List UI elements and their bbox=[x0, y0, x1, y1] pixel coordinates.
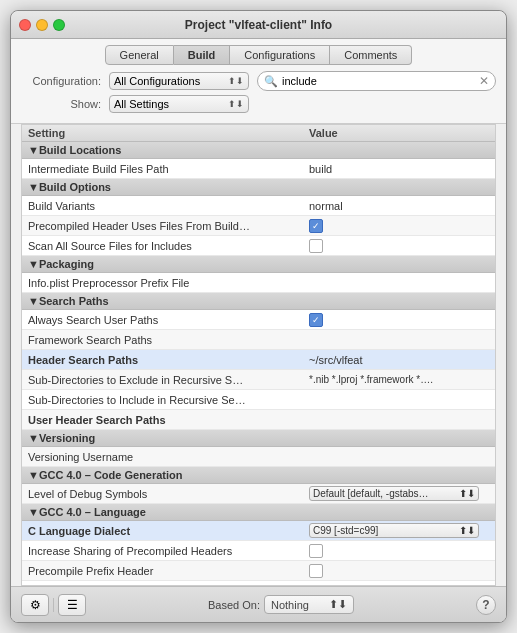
setting-value bbox=[309, 239, 489, 253]
clear-search-icon[interactable]: ✕ bbox=[479, 74, 489, 88]
col-setting-header: Setting bbox=[28, 127, 309, 139]
setting-value bbox=[309, 544, 489, 558]
setting-value: Default [default, -gstabs… ⬆⬇ bbox=[309, 486, 489, 501]
tab-configurations[interactable]: Configurations bbox=[230, 45, 330, 65]
table-row: Versioning Username bbox=[22, 447, 495, 467]
question-mark-icon: ? bbox=[482, 598, 489, 612]
based-on-value: Nothing bbox=[271, 599, 309, 611]
based-on-label: Based On: bbox=[208, 599, 260, 611]
setting-label: Increase Sharing of Precompiled Headers bbox=[28, 545, 309, 557]
setting-value bbox=[309, 313, 489, 327]
table-row: Build Variants normal bbox=[22, 196, 495, 216]
footer-center: Based On: Nothing ⬆⬇ bbox=[208, 595, 354, 614]
based-on-dropdown[interactable]: Nothing ⬆⬇ bbox=[264, 595, 354, 614]
table-row: Level of Debug Symbols Default [default,… bbox=[22, 484, 495, 504]
setting-label: Always Search User Paths bbox=[28, 314, 309, 326]
table-row: C Language Dialect C99 [-std=c99] ⬆⬇ bbox=[22, 521, 495, 541]
col-value-header: Value bbox=[309, 127, 489, 139]
main-window: Project "vlfeat-client" Info General Bui… bbox=[10, 10, 507, 623]
tab-general[interactable]: General bbox=[105, 45, 174, 65]
table-row: Sub-Directories to Include in Recursive … bbox=[22, 390, 495, 410]
toolbar: General Build Configurations Comments Co… bbox=[11, 39, 506, 124]
table-row: Precompiled Header Uses Files From Build… bbox=[22, 216, 495, 236]
setting-value: C99 [-std=c99] ⬆⬇ bbox=[309, 523, 489, 538]
setting-label: Scan All Source Files for Includes bbox=[28, 240, 309, 252]
checkbox-scan[interactable] bbox=[309, 239, 323, 253]
section-gcc-language[interactable]: ▼GCC 4.0 – Language bbox=[22, 504, 495, 521]
setting-label: Build Variants bbox=[28, 200, 309, 212]
search-box: 🔍 ✕ bbox=[257, 71, 496, 91]
show-row: Show: All Settings ⬆⬇ bbox=[21, 95, 496, 113]
maximize-button[interactable] bbox=[53, 19, 65, 31]
search-input[interactable] bbox=[282, 75, 479, 87]
tab-comments[interactable]: Comments bbox=[330, 45, 412, 65]
table-row: Header Search Paths ~/src/vlfeat bbox=[22, 350, 495, 370]
table-row: Info.plist Preprocessor Prefix File bbox=[22, 273, 495, 293]
setting-label: User Header Search Paths bbox=[28, 414, 309, 426]
checkbox-precompiled[interactable] bbox=[309, 219, 323, 233]
table-header: Setting Value bbox=[22, 125, 495, 142]
chevron-down-icon: ⬆⬇ bbox=[228, 76, 244, 86]
setting-value: normal bbox=[309, 200, 489, 212]
setting-label: Sub-Directories to Exclude in Recursive … bbox=[28, 374, 309, 386]
setting-value bbox=[309, 564, 489, 578]
section-versioning[interactable]: ▼Versioning bbox=[22, 430, 495, 447]
table-row: User Header Search Paths bbox=[22, 410, 495, 430]
table-row: Always Search User Paths bbox=[22, 310, 495, 330]
divider bbox=[53, 598, 54, 612]
show-dropdown[interactable]: All Settings ⬆⬇ bbox=[109, 95, 249, 113]
setting-label: Intermediate Build Files Path bbox=[28, 163, 309, 175]
gear-button[interactable]: ⚙ bbox=[21, 594, 49, 616]
titlebar: Project "vlfeat-client" Info bbox=[11, 11, 506, 39]
section-gcc-code-gen[interactable]: ▼GCC 4.0 – Code Generation bbox=[22, 467, 495, 484]
section-build-locations[interactable]: ▼Build Locations bbox=[22, 142, 495, 159]
setting-label: Versioning Username bbox=[28, 451, 309, 463]
search-icon: 🔍 bbox=[264, 75, 278, 88]
table-row: Sub-Directories to Exclude in Recursive … bbox=[22, 370, 495, 390]
chevron-down-icon-2: ⬆⬇ bbox=[228, 99, 244, 109]
footer: ⚙ ☰ Based On: Nothing ⬆⬇ ? bbox=[11, 586, 506, 622]
table-row: Scan All Source Files for Includes bbox=[22, 236, 495, 256]
table-row: Precompile Prefix Header bbox=[22, 561, 495, 581]
setting-label: C Language Dialect bbox=[28, 525, 309, 537]
setting-value: *.nib *.lproj *.framework *…. bbox=[309, 374, 489, 385]
debug-symbols-dropdown[interactable]: Default [default, -gstabs… ⬆⬇ bbox=[309, 486, 479, 501]
setting-label: Precompile Prefix Header bbox=[28, 565, 309, 577]
footer-left: ⚙ ☰ bbox=[21, 594, 86, 616]
help-button[interactable]: ? bbox=[476, 595, 496, 615]
setting-label: Precompiled Header Uses Files From Build… bbox=[28, 220, 309, 232]
close-button[interactable] bbox=[19, 19, 31, 31]
setting-value bbox=[309, 219, 489, 233]
section-search-paths[interactable]: ▼Search Paths bbox=[22, 293, 495, 310]
gear-icon: ⚙ bbox=[30, 598, 41, 612]
window-title: Project "vlfeat-client" Info bbox=[185, 18, 332, 32]
list-button[interactable]: ☰ bbox=[58, 594, 86, 616]
setting-label: Framework Search Paths bbox=[28, 334, 309, 346]
checkbox-precompile-prefix[interactable] bbox=[309, 564, 323, 578]
setting-label: Sub-Directories to Include in Recursive … bbox=[28, 394, 309, 406]
section-build-options[interactable]: ▼Build Options bbox=[22, 179, 495, 196]
section-packaging[interactable]: ▼Packaging bbox=[22, 256, 495, 273]
chevron-icon-2: ⬆⬇ bbox=[459, 525, 475, 536]
tab-bar: General Build Configurations Comments bbox=[21, 45, 496, 65]
minimize-button[interactable] bbox=[36, 19, 48, 31]
show-label: Show: bbox=[21, 98, 101, 110]
table-row: Intermediate Build Files Path build bbox=[22, 159, 495, 179]
setting-label: Info.plist Preprocessor Prefix File bbox=[28, 277, 309, 289]
setting-label: Level of Debug Symbols bbox=[28, 488, 309, 500]
configuration-row: Configuration: All Configurations ⬆⬇ 🔍 ✕ bbox=[21, 71, 496, 91]
c-dialect-dropdown[interactable]: C99 [-std=c99] ⬆⬇ bbox=[309, 523, 479, 538]
checkbox-increase-sharing[interactable] bbox=[309, 544, 323, 558]
tab-build[interactable]: Build bbox=[174, 45, 231, 65]
table-row: Framework Search Paths bbox=[22, 330, 495, 350]
settings-table: Setting Value ▼Build Locations Intermedi… bbox=[21, 124, 496, 586]
traffic-lights bbox=[19, 19, 65, 31]
configuration-label: Configuration: bbox=[21, 75, 101, 87]
checkbox-always-search[interactable] bbox=[309, 313, 323, 327]
setting-label: Header Search Paths bbox=[28, 354, 309, 366]
table-row: Increase Sharing of Precompiled Headers bbox=[22, 541, 495, 561]
chevron-icon: ⬆⬇ bbox=[459, 488, 475, 499]
configuration-dropdown[interactable]: All Configurations ⬆⬇ bbox=[109, 72, 249, 90]
chevron-down-icon-3: ⬆⬇ bbox=[329, 598, 347, 611]
list-icon: ☰ bbox=[67, 598, 78, 612]
